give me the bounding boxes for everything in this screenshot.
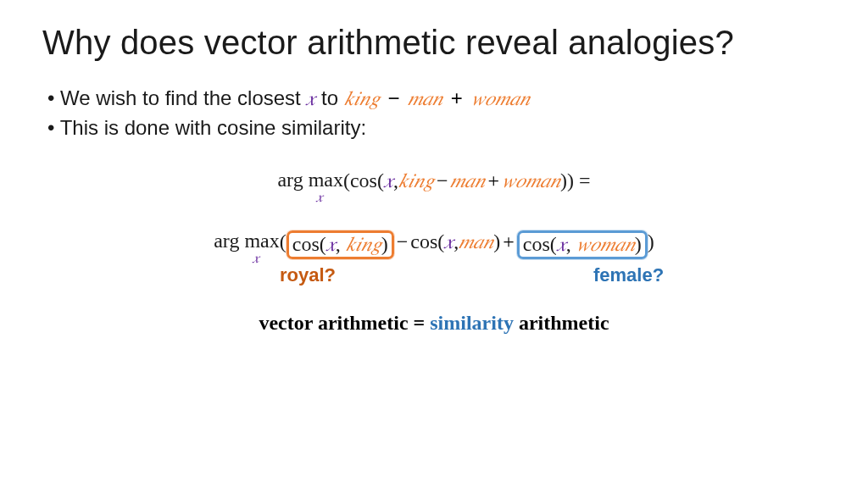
word-man: 𝑚𝑎𝑛	[408, 86, 442, 109]
argmax-sub-x-2: 𝑥	[253, 251, 259, 265]
cos1-comma: ,	[336, 233, 346, 255]
op-minus: −	[380, 86, 408, 109]
cos1-r: )	[381, 233, 388, 255]
eq1-minus: −	[434, 169, 451, 192]
cos3-r: )	[635, 233, 642, 255]
cos1-king: 𝑘𝑖𝑛𝑔	[346, 233, 381, 255]
box-female: cos(𝑥, 𝑤𝑜𝑚𝑎𝑛)	[517, 230, 648, 259]
argmax-text-2: arg max	[214, 230, 280, 252]
eq1-man: 𝑚𝑎𝑛	[450, 169, 485, 192]
cos3-comma: ,	[566, 233, 576, 255]
eq2-captions: royal? female?	[42, 264, 826, 290]
cos2-x: 𝑥	[444, 230, 453, 253]
cos3-l: cos(	[523, 233, 557, 255]
eq2-open: (	[280, 230, 287, 253]
caption-female: female?	[593, 264, 664, 286]
footer-equation: vector arithmetic = similarity arithmeti…	[42, 312, 826, 335]
footer-left: vector arithmetic	[259, 312, 413, 334]
cos2-man: 𝑚𝑎𝑛	[459, 230, 493, 253]
eq1-plus: +	[485, 169, 502, 192]
cos2-r: )	[493, 230, 500, 253]
argmax-text: arg max	[277, 169, 343, 191]
bullet-1-prefix: We wish to find the closest	[60, 86, 306, 109]
argmax-1: arg max 𝑥	[277, 169, 343, 190]
eq2-minus: −	[394, 230, 411, 253]
word-king: 𝑘𝑖𝑛𝑔	[344, 86, 380, 109]
eq1-close: )) =	[560, 169, 591, 192]
footer-eq: =	[414, 312, 426, 334]
caption-royal: royal?	[280, 264, 336, 286]
eq1-x: 𝑥	[384, 169, 393, 192]
eq2-close: )	[648, 230, 654, 253]
argmax-sub-x: 𝑥	[316, 190, 323, 204]
cos3-woman: 𝑤𝑜𝑚𝑎𝑛	[576, 233, 635, 255]
footer-right: arithmetic	[514, 312, 609, 334]
op-plus: +	[442, 86, 470, 109]
eq1-king: 𝑘𝑖𝑛𝑔	[398, 169, 434, 192]
equation-1: arg max 𝑥 (cos(𝑥, 𝑘𝑖𝑛𝑔 − 𝑚𝑎𝑛 + 𝑤𝑜𝑚𝑎𝑛)) =	[42, 169, 826, 192]
eq1-woman: 𝑤𝑜𝑚𝑎𝑛	[502, 169, 560, 192]
eq1-open: (cos(	[343, 169, 384, 192]
bullet-1: We wish to find the closest 𝑥 to 𝑘𝑖𝑛𝑔 − …	[47, 84, 826, 114]
cos3-x: 𝑥	[557, 233, 566, 255]
slide: Why does vector arithmetic reveal analog…	[0, 0, 868, 488]
bullet-list: We wish to find the closest 𝑥 to 𝑘𝑖𝑛𝑔 − …	[42, 84, 826, 143]
equation-2: arg max 𝑥 (cos(𝑥, 𝑘𝑖𝑛𝑔) − cos(𝑥, 𝑚𝑎𝑛) + …	[42, 230, 826, 259]
var-x: 𝑥	[306, 86, 315, 109]
eq2-plus: +	[500, 230, 517, 253]
bullet-1-to: to	[315, 86, 343, 109]
slide-title: Why does vector arithmetic reveal analog…	[42, 24, 826, 62]
argmax-2: arg max 𝑥	[214, 230, 280, 251]
cos1-l: cos(	[292, 233, 326, 255]
cos2-l: cos(	[410, 230, 444, 253]
footer-similarity: similarity	[430, 312, 514, 334]
word-woman: 𝑤𝑜𝑚𝑎𝑛	[471, 86, 530, 109]
cos1-x: 𝑥	[326, 233, 336, 255]
box-royal: cos(𝑥, 𝑘𝑖𝑛𝑔)	[287, 230, 394, 259]
bullet-2: This is done with cosine similarity:	[47, 114, 826, 143]
